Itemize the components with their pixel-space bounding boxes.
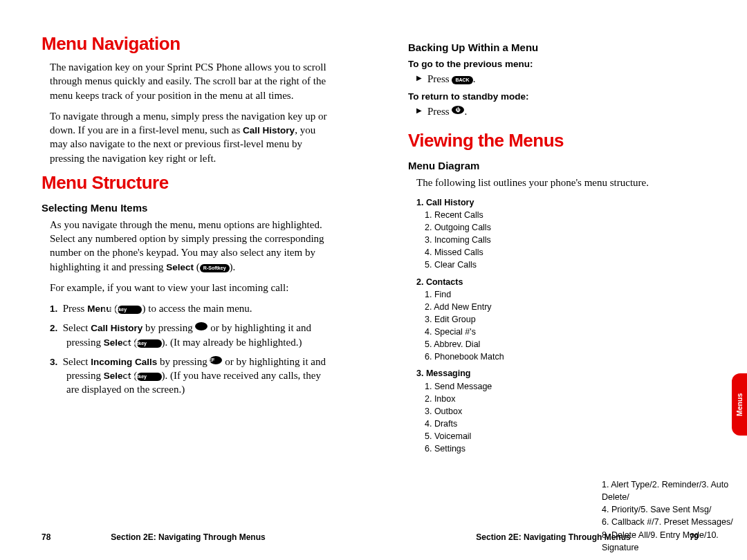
settings-subitems: 1. Alert Type/2. Reminder/3. Auto Delete… — [602, 478, 740, 554]
page-spread: Menu Navigation The navigation key on yo… — [0, 0, 747, 560]
lsoftkey-icon: L-Softkey — [118, 306, 142, 314]
footer-title: Section 2E: Navigating Through Menus — [61, 532, 315, 542]
rsoftkey-icon: R-Softkey — [137, 339, 161, 348]
paragraph: To navigate through a menu, simply press… — [42, 109, 335, 165]
menu-outline: 1. Call History 1. Recent Calls 2. Outgo… — [408, 196, 699, 456]
paragraph: The following list outlines your phone's… — [408, 176, 699, 189]
rsoftkey-icon: R-Softkey — [137, 373, 161, 381]
step-list: 1. Press Menu (L-Softkey) to access the … — [42, 301, 335, 397]
step-2: 2. Select Call History by pressing 1 or … — [50, 321, 335, 349]
step-1: 1. Press Menu (L-Softkey) to access the … — [50, 301, 335, 315]
step-3: 3. Select Incoming Calls by pressing 3 D… — [50, 355, 335, 397]
key-3-icon: 3 DEF — [210, 356, 222, 364]
heading-menu-structure: Menu Structure — [42, 172, 335, 194]
page-number: 79 — [679, 532, 699, 542]
subhead-selecting: Selecting Menu Items — [42, 202, 335, 214]
page-number: 78 — [42, 532, 61, 542]
left-footer: 78 Section 2E: Navigating Through Menus — [0, 532, 374, 542]
footer-title: Section 2E: Navigating Through Menus — [427, 532, 679, 542]
heading-viewing-menus: Viewing the Menus — [408, 130, 699, 151]
subsub-prev: To go to the previous menu: — [408, 59, 699, 69]
bullet-item: Press ⏻. — [408, 104, 699, 118]
paragraph: The navigation key on your Sprint PCS Ph… — [42, 60, 335, 102]
rsoftkey-icon: R-Softkey — [200, 264, 230, 272]
back-key-icon: BACK — [452, 76, 472, 84]
paragraph: As you navigate through the menu, menu o… — [42, 218, 335, 274]
menu-cat: 3. Messaging — [416, 367, 699, 380]
right-page: Backing Up Within a Menu To go to the pr… — [374, 0, 747, 560]
heading-menu-navigation: Menu Navigation — [42, 33, 335, 55]
left-page: Menu Navigation The navigation key on yo… — [0, 0, 374, 560]
paragraph: For example, if you want to view your la… — [42, 281, 335, 295]
side-tab-menus: Menus — [732, 373, 747, 436]
subhead-menu-diagram: Menu Diagram — [408, 160, 699, 171]
menu-cat: 2. Contacts — [416, 276, 699, 288]
right-footer: Section 2E: Navigating Through Menus 79 — [374, 532, 747, 542]
subhead-backing-up: Backing Up Within a Menu — [408, 41, 699, 53]
bullet-item: Press BACK. — [408, 72, 699, 86]
subsub-standby: To return to standby mode: — [408, 91, 699, 102]
menu-cat: 1. Call History — [416, 196, 699, 209]
key-1-icon: 1 — [195, 322, 208, 330]
end-key-icon: ⏻ — [452, 106, 464, 114]
